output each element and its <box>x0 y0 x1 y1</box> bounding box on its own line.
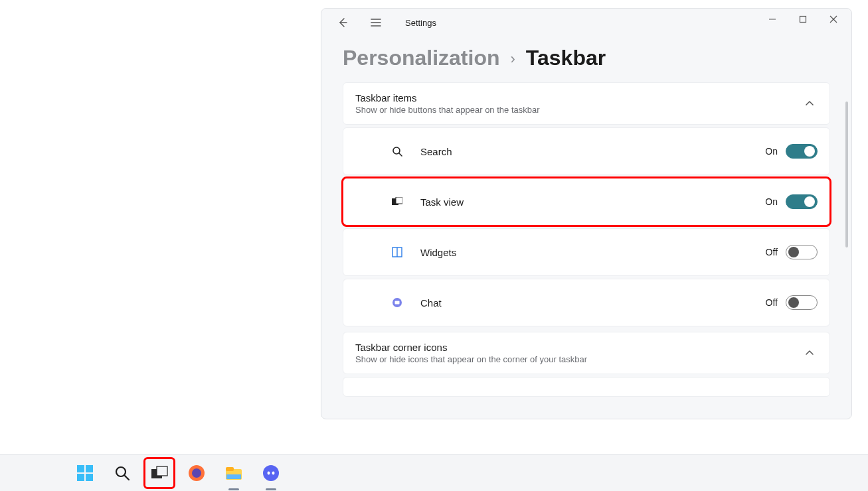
breadcrumb-parent[interactable]: Personalization <box>343 46 500 70</box>
fileexplorer-icon <box>224 465 243 481</box>
svg-point-29 <box>263 465 279 481</box>
row-state: Off <box>766 247 778 257</box>
chevron-up-icon <box>802 96 818 111</box>
chat-icon <box>391 297 403 309</box>
scrollbar[interactable] <box>845 102 848 247</box>
taskbar-search-button[interactable] <box>108 458 137 488</box>
settings-window: Settings Personalization › <box>321 8 852 419</box>
svg-rect-18 <box>77 474 84 481</box>
search-icon <box>114 465 130 481</box>
firefox-icon <box>187 464 206 482</box>
svg-point-25 <box>192 468 201 478</box>
settings-content[interactable]: Taskbar items Show or hide buttons that … <box>321 82 851 406</box>
panel-title: Taskbar corner icons <box>355 342 802 353</box>
toggle-search[interactable] <box>786 144 818 159</box>
corner-icons-header[interactable]: Taskbar corner icons Show or hide icons … <box>343 332 830 374</box>
os-taskbar <box>0 454 868 491</box>
svg-point-30 <box>268 471 270 474</box>
svg-rect-28 <box>226 474 241 479</box>
widgets-icon <box>391 246 403 258</box>
toggle-task-view[interactable] <box>786 194 818 209</box>
taskbar-items-panel: Taskbar items Show or hide buttons that … <box>343 82 830 326</box>
taskbar-start-button[interactable] <box>70 458 100 488</box>
row-label: Search <box>420 146 452 157</box>
svg-rect-16 <box>77 465 84 472</box>
back-button[interactable] <box>332 12 353 33</box>
taskbar-discord-button[interactable] <box>256 458 286 488</box>
breadcrumb-sep-icon: › <box>511 50 515 68</box>
panel-title: Taskbar items <box>355 92 802 104</box>
svg-rect-23 <box>157 466 167 476</box>
svg-rect-11 <box>396 197 402 204</box>
breadcrumb: Personalization › Taskbar <box>321 36 851 82</box>
start-icon <box>76 464 94 482</box>
row-chat: Chat Off <box>343 279 830 326</box>
taskbar-corner-icons-panel: Taskbar corner icons Show or hide icons … <box>343 332 830 397</box>
taskbar-taskview-button[interactable] <box>145 458 174 488</box>
chevron-up-icon <box>802 345 818 361</box>
panel-subtitle: Show or hide icons that appear on the co… <box>355 354 802 364</box>
discord-icon <box>262 464 280 482</box>
svg-rect-17 <box>86 465 93 472</box>
close-button[interactable] <box>818 9 849 30</box>
row-cutoff <box>343 377 830 397</box>
row-state: Off <box>766 297 778 308</box>
svg-rect-19 <box>86 474 93 481</box>
search-icon <box>391 145 403 157</box>
row-label: Chat <box>420 297 442 309</box>
svg-rect-5 <box>800 17 806 23</box>
toggle-widgets[interactable] <box>786 245 818 259</box>
taskview-icon <box>391 196 403 208</box>
taskview-icon <box>150 465 169 481</box>
row-state: On <box>765 146 778 157</box>
panel-subtitle: Show or hide buttons that appear on the … <box>355 105 802 115</box>
svg-point-31 <box>272 471 275 474</box>
minimize-icon <box>768 15 776 23</box>
row-search: Search On <box>343 127 830 175</box>
svg-rect-27 <box>226 467 234 471</box>
row-state: On <box>765 196 778 207</box>
svg-line-9 <box>399 153 402 156</box>
breadcrumb-current: Taskbar <box>526 46 606 70</box>
taskbar-file-explorer-button[interactable] <box>219 458 248 488</box>
maximize-button[interactable] <box>788 9 818 30</box>
window-titlebar: Settings <box>321 9 851 36</box>
row-task-view: Task view On <box>343 178 830 226</box>
window-title: Settings <box>405 18 436 28</box>
minimize-button[interactable] <box>757 9 788 30</box>
svg-rect-15 <box>395 301 400 305</box>
menu-button[interactable] <box>365 12 387 33</box>
svg-line-21 <box>124 475 129 480</box>
close-icon <box>829 15 837 23</box>
hamburger-icon <box>371 18 381 27</box>
maximize-icon <box>799 15 807 23</box>
arrow-left-icon <box>337 17 348 28</box>
taskbar-items-header[interactable]: Taskbar items Show or hide buttons that … <box>343 82 830 125</box>
row-label: Task view <box>420 196 464 208</box>
row-widgets: Widgets Off <box>343 228 830 276</box>
taskbar-firefox-button[interactable] <box>182 458 211 488</box>
row-label: Widgets <box>420 247 456 258</box>
toggle-chat[interactable] <box>786 295 818 310</box>
